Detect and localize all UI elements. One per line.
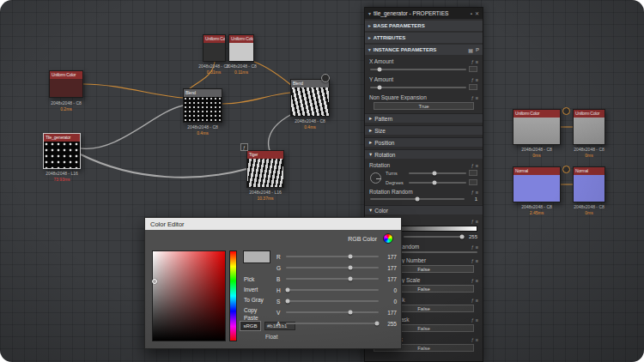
section-attributes[interactable]: ▸ ATTRIBUTES <box>365 33 483 43</box>
saturation-value-picker[interactable] <box>152 250 226 341</box>
pin-icon[interactable]: ▪ <box>471 11 472 16</box>
preset-icon[interactable]: P <box>476 47 479 52</box>
subsection-rotation[interactable]: ▾ Rotation <box>365 149 483 159</box>
hue-value[interactable]: 0 <box>382 287 397 293</box>
red-slider[interactable] <box>286 256 379 257</box>
node-connector-badge-icon[interactable] <box>562 107 570 115</box>
color-wheel-icon[interactable] <box>383 233 393 244</box>
value-slider[interactable] <box>286 311 379 313</box>
menu-icon[interactable]: ≡ <box>476 337 478 342</box>
blue-value[interactable]: 177 <box>382 276 397 282</box>
node-compute-time: 0.4ms <box>197 130 209 136</box>
saturation-slider[interactable] <box>286 300 379 302</box>
function-icon[interactable]: ƒ <box>471 95 474 100</box>
non-square-expansion-toggle[interactable]: True <box>374 102 474 110</box>
color-picker-cursor[interactable] <box>152 279 157 284</box>
srgb-toggle[interactable]: sRGB <box>240 321 261 331</box>
close-icon[interactable]: ✕ <box>475 10 479 16</box>
chevron-right-icon: ▸ <box>369 139 372 146</box>
float-toggle[interactable]: Float <box>265 334 277 340</box>
red-slider-row: R 177 <box>276 252 397 261</box>
menu-icon[interactable]: ≡ <box>476 219 478 224</box>
menu-icon[interactable]: ≡ <box>476 298 478 303</box>
node-uniform-color-3[interactable]: Uniform Color <box>228 34 254 62</box>
function-icon[interactable]: ƒ <box>471 317 474 323</box>
document-icon[interactable]: ▤ <box>468 47 473 53</box>
node-normal-2[interactable]: Normal <box>573 166 605 202</box>
function-icon[interactable]: ƒ <box>471 278 474 283</box>
y-amount-slider[interactable] <box>365 82 483 91</box>
function-icon[interactable]: ƒ <box>471 337 474 342</box>
node-title: Uniform Color <box>513 110 560 118</box>
node-tiger[interactable]: Tiger <box>246 150 284 188</box>
menu-icon[interactable]: ≡ <box>476 317 478 323</box>
section-instance-parameters[interactable]: ▾ INSTANCE PARAMETERS ▤ P <box>365 45 483 55</box>
degrees-value-box[interactable] <box>469 179 477 185</box>
value-value[interactable]: 177 <box>382 310 397 316</box>
function-icon[interactable]: ƒ <box>471 190 474 195</box>
menu-icon[interactable]: ≡ <box>476 95 478 100</box>
subsection-pattern[interactable]: ▸ Pattern <box>365 113 483 123</box>
subsection-color[interactable]: ▾ Color <box>365 205 483 214</box>
properties-title-bar[interactable]: ▾ tile_generator - PROPERTIES ▪ ✕ <box>365 8 483 19</box>
menu-icon[interactable]: ≡ <box>476 258 478 263</box>
rotation-dial[interactable] <box>370 172 381 184</box>
node-function-badge-icon[interactable]: ƒ <box>240 143 248 151</box>
function-icon[interactable]: ƒ <box>471 59 474 64</box>
menu-icon[interactable]: ≡ <box>476 77 478 82</box>
function-icon[interactable]: ƒ <box>471 244 474 250</box>
function-icon[interactable]: ƒ <box>471 298 474 303</box>
blue-slider-row: B 177 <box>276 275 397 283</box>
color-editor-title-bar[interactable]: Color Editor <box>145 218 401 230</box>
node-compute-time: 2.45ms <box>530 210 544 215</box>
degrees-slider-row[interactable]: Degrees <box>386 179 477 185</box>
node-output-badge-icon[interactable] <box>321 74 330 82</box>
node-uniform-color-2[interactable]: Uniform Color <box>203 34 226 62</box>
rotation-random-slider[interactable]: 1 <box>365 195 483 202</box>
green-slider[interactable] <box>286 267 379 268</box>
subsection-position[interactable]: ▸ Position <box>365 137 483 147</box>
function-icon[interactable]: ƒ <box>471 77 474 82</box>
menu-icon[interactable]: ≡ <box>476 59 478 64</box>
turns-value-box[interactable] <box>469 170 477 176</box>
hue-strip[interactable] <box>229 250 237 341</box>
node-uniform-color-1[interactable]: Uniform Color <box>49 70 83 98</box>
red-value[interactable]: 177 <box>382 254 397 260</box>
node-blend-1[interactable]: Blend <box>183 88 222 123</box>
pick-button[interactable]: Pick <box>244 275 275 284</box>
menu-icon[interactable]: ≡ <box>476 244 478 250</box>
substance-designer-window: Uniform Color 2048x2048 - C8 0.2ms Unifo… <box>0 0 644 362</box>
node-uniform-color-right-1[interactable]: Uniform Color <box>513 109 561 145</box>
section-base-parameters[interactable]: ▸ BASE PARAMETERS <box>365 21 483 31</box>
node-blend-2[interactable]: Blend <box>290 79 330 117</box>
function-icon[interactable]: ƒ <box>471 163 474 168</box>
green-value[interactable]: 177 <box>382 265 397 271</box>
to-gray-button[interactable]: To Gray <box>244 295 275 305</box>
color-value-slider[interactable] <box>404 236 465 238</box>
hue-slider[interactable] <box>286 289 379 291</box>
x-amount-slider[interactable] <box>365 64 483 73</box>
node-caption: 2048x2048 - C8 0.4ms <box>295 118 325 130</box>
function-icon[interactable]: ƒ <box>471 219 474 224</box>
menu-icon[interactable]: ≡ <box>476 278 478 283</box>
function-icon[interactable]: ƒ <box>471 258 474 263</box>
node-preview <box>291 87 329 116</box>
blue-slider[interactable] <box>286 278 379 280</box>
x-amount-value-box[interactable] <box>469 66 477 72</box>
node-caption: 2048x2048 - L16 73.93ms <box>46 171 78 182</box>
invert-button[interactable]: Invert <box>244 285 275 294</box>
subsection-size[interactable]: ▸ Size <box>365 125 483 135</box>
node-preview <box>44 142 80 168</box>
alpha-slider[interactable] <box>286 323 379 324</box>
node-connector-badge-icon[interactable] <box>562 166 570 173</box>
node-uniform-color-right-2[interactable]: Uniform Color <box>573 109 605 145</box>
saturation-value[interactable]: 0 <box>382 299 397 305</box>
node-tile-generator[interactable]: Tile_generator <box>43 133 81 169</box>
menu-icon[interactable]: ≡ <box>476 163 478 168</box>
y-amount-value-box[interactable] <box>469 84 477 90</box>
chevron-right-icon: ▸ <box>368 23 371 28</box>
menu-icon[interactable]: ≡ <box>476 190 478 195</box>
node-normal-1[interactable]: Normal <box>513 166 561 202</box>
turns-slider-row[interactable]: Turns <box>386 170 477 176</box>
alpha-value[interactable]: 255 <box>382 321 397 327</box>
